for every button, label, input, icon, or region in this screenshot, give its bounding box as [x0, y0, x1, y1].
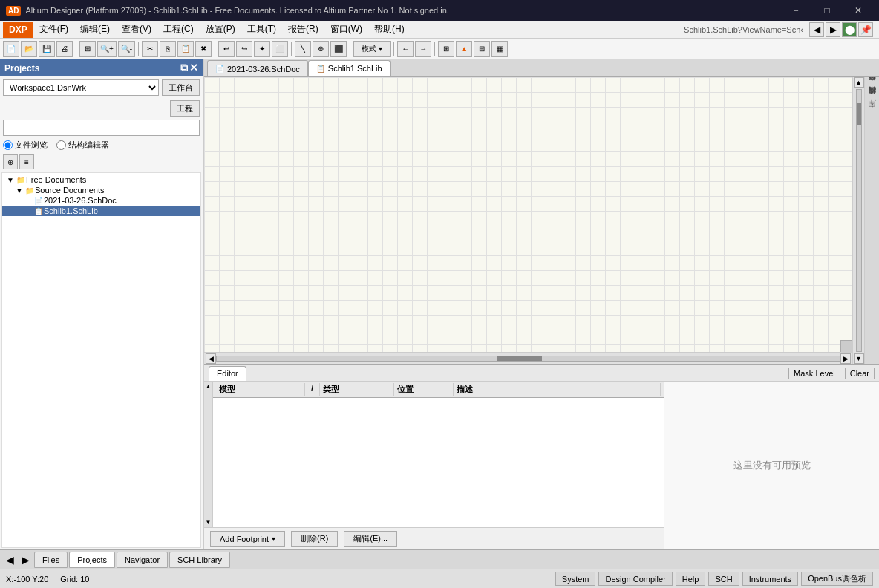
- cut-button[interactable]: ✂: [142, 41, 158, 57]
- vscroll-up-button[interactable]: ▲: [854, 77, 864, 88]
- bottom-panel: Editor Mask Level Clear ▲ ▼: [204, 364, 879, 549]
- table-left-vscroll[interactable]: ▲ ▼: [204, 382, 213, 527]
- clear-button[interactable]: Clear: [845, 368, 875, 379]
- table-button[interactable]: ▦: [491, 41, 508, 57]
- line-button[interactable]: ╲: [295, 41, 311, 57]
- tree-item-schlib[interactable]: 📋 Schlib1.SchLib: [2, 206, 200, 216]
- hscroll-track[interactable]: [216, 356, 840, 362]
- nav-left-button[interactable]: ←: [397, 41, 414, 57]
- close-button[interactable]: ✕: [843, 0, 873, 21]
- btab-projects[interactable]: Projects: [69, 552, 115, 568]
- vertical-scrollbar[interactable]: ▲ ▼: [852, 77, 864, 364]
- app-icon: AD: [6, 6, 21, 16]
- zoom-in-button[interactable]: 🔍+: [97, 41, 117, 57]
- add-footprint-button[interactable]: Add Footprint ▾: [210, 531, 285, 547]
- menu-report[interactable]: 报告(R): [282, 22, 324, 37]
- tree-item-free-docs[interactable]: ▼ 📁 Free Documents: [2, 174, 200, 185]
- status-instruments[interactable]: Instruments: [742, 572, 798, 586]
- select-button[interactable]: ⬜: [272, 41, 288, 57]
- delete-button[interactable]: ✖: [195, 41, 212, 57]
- menu-help[interactable]: 帮助(H): [368, 22, 411, 37]
- vscroll-thumb[interactable]: [857, 103, 861, 125]
- tab-schlib[interactable]: 📋 Schlib1.SchLib: [308, 60, 391, 76]
- tree-item-source-docs[interactable]: ▼ 📁 Source Documents: [2, 185, 200, 195]
- side-tab-struct[interactable]: 结构编辑器: [864, 94, 880, 107]
- nav-back-button[interactable]: ◀: [809, 22, 824, 37]
- menu-place[interactable]: 放置(P): [200, 22, 241, 37]
- status-sch[interactable]: SCH: [708, 572, 739, 586]
- panel-list-button[interactable]: ≡: [19, 154, 34, 169]
- hscroll-thumb[interactable]: [497, 356, 542, 361]
- redo-button[interactable]: ↪: [236, 41, 252, 57]
- side-tab-lib[interactable]: 库: [864, 107, 880, 120]
- maximize-button[interactable]: □: [812, 0, 842, 21]
- toolbar-separator-7: [434, 42, 435, 56]
- btab-sch-library[interactable]: SCH Library: [169, 552, 230, 568]
- panel-float-button[interactable]: ⧉: [180, 62, 188, 74]
- file-browse-radio[interactable]: 文件浏览: [3, 140, 48, 151]
- rubber-button[interactable]: ✦: [254, 41, 270, 57]
- wire-button[interactable]: ⊕: [313, 41, 329, 57]
- tab-schdoc[interactable]: 📄 2021-03-26.SchDoc: [207, 60, 308, 76]
- menu-project[interactable]: 工程(C): [157, 22, 200, 37]
- side-tab-freq[interactable]: 频率分析: [864, 80, 880, 94]
- hscroll-left-button[interactable]: ◀: [206, 353, 216, 364]
- grid2-button[interactable]: ⊟: [474, 41, 490, 57]
- tab-nav-next[interactable]: ▶: [19, 554, 33, 566]
- zoom-area-button[interactable]: ⊞: [79, 41, 96, 57]
- color-button[interactable]: ▲: [456, 41, 472, 57]
- table-vscroll-down[interactable]: ▼: [206, 519, 212, 526]
- status-openbus[interactable]: OpenBus调色析: [801, 572, 873, 586]
- vscroll-track[interactable]: [856, 89, 862, 352]
- save-button[interactable]: 💾: [39, 41, 55, 57]
- mask-level-button[interactable]: Mask Level: [788, 368, 840, 379]
- menu-edit[interactable]: 编辑(E): [74, 22, 116, 37]
- paste-button[interactable]: 📋: [177, 41, 194, 57]
- status-system[interactable]: System: [555, 572, 596, 586]
- workbench-button[interactable]: 工作台: [162, 79, 200, 96]
- hscroll-right-button[interactable]: ▶: [840, 353, 851, 364]
- grid-text: Grid: 10: [60, 575, 89, 584]
- status-design-compiler[interactable]: Design Compiler: [598, 572, 672, 586]
- btab-files[interactable]: Files: [34, 552, 68, 568]
- undo-button[interactable]: ↩: [218, 41, 235, 57]
- nav-forward-button[interactable]: ▶: [826, 22, 840, 37]
- right-side-tabs: 频率分析 结构编辑器 库: [864, 77, 879, 364]
- bottom-tab-editor[interactable]: Editor: [209, 366, 246, 381]
- status-help[interactable]: Help: [676, 572, 706, 586]
- panel-close-button[interactable]: ✕: [189, 62, 198, 74]
- tree-item-schdoc[interactable]: 📄 2021-03-26.SchDoc: [2, 195, 200, 206]
- zoom-out-button[interactable]: 🔍-: [118, 41, 135, 57]
- edit-model-button[interactable]: 编辑(E)...: [344, 531, 397, 547]
- mode-button[interactable]: 模式 ▾: [353, 41, 391, 57]
- delete-model-button[interactable]: 删除(R): [291, 531, 338, 547]
- grid-button[interactable]: ⊞: [438, 41, 454, 57]
- panel-icon-button[interactable]: ⊕: [3, 154, 18, 169]
- pin-button[interactable]: 📌: [858, 22, 873, 37]
- vscroll-down-button[interactable]: ▼: [854, 353, 864, 364]
- table-vscroll-up[interactable]: ▲: [206, 383, 212, 390]
- menu-window[interactable]: 窗口(W): [324, 22, 368, 37]
- struct-editor-radio[interactable]: 结构编辑器: [56, 140, 109, 151]
- menu-tools[interactable]: 工具(T): [241, 22, 282, 37]
- dxp-menu-button[interactable]: DXP: [3, 22, 33, 38]
- nav-right-button[interactable]: →: [415, 41, 431, 57]
- menu-file[interactable]: 文件(F): [33, 22, 74, 37]
- horizontal-scrollbar[interactable]: ◀ ▶: [204, 352, 852, 364]
- project-button[interactable]: 工程: [170, 100, 200, 117]
- search-input[interactable]: [3, 120, 200, 136]
- print-button[interactable]: 🖨: [56, 41, 73, 57]
- minimize-button[interactable]: −: [781, 0, 811, 21]
- menu-view[interactable]: 查看(V): [116, 22, 157, 37]
- live-button[interactable]: ⬤: [842, 22, 857, 37]
- toolbar-separator-5: [350, 42, 350, 56]
- btab-navigator[interactable]: Navigator: [117, 552, 168, 568]
- schematic-canvas[interactable]: [204, 77, 852, 352]
- workspace-select[interactable]: Workspace1.DsnWrk: [3, 79, 159, 96]
- open-button[interactable]: 📂: [21, 41, 37, 57]
- bus-button[interactable]: ⬛: [330, 41, 347, 57]
- new-button[interactable]: 📄: [3, 41, 19, 57]
- copy-button[interactable]: ⎘: [160, 41, 176, 57]
- tab-nav-prev[interactable]: ◀: [3, 554, 17, 566]
- toolbar: 📄 📂 💾 🖨 ⊞ 🔍+ 🔍- ✂ ⎘ 📋 ✖ ↩ ↪ ✦ ⬜ ╲ ⊕ ⬛ 模式…: [0, 39, 879, 59]
